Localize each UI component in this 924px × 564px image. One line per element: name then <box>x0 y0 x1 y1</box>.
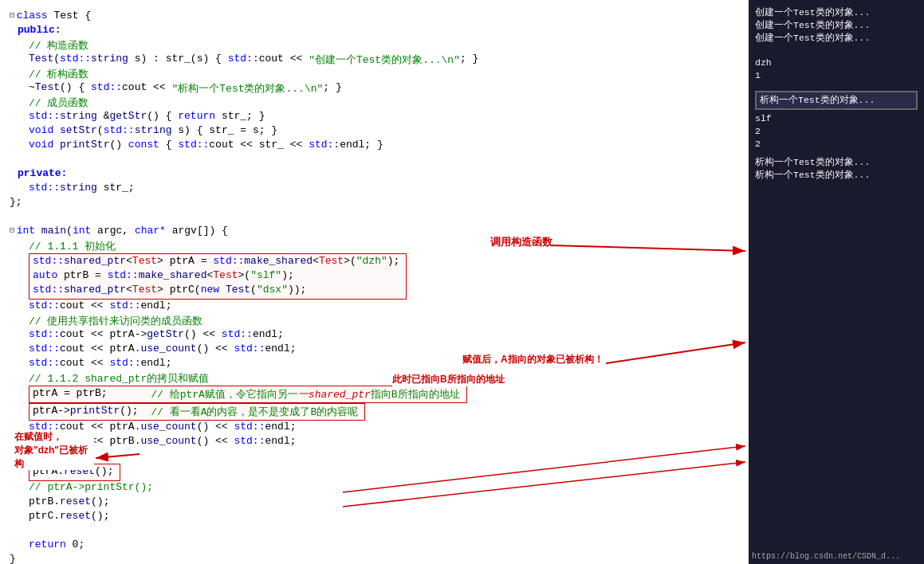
code-line: std::string &getStr() { return str_; } <box>6 110 742 124</box>
terminal-destruct-highlight: 析构一个Test类的对象... <box>755 91 918 110</box>
code-line: void setStr(std::string s) { str_ = s; } <box>6 124 742 139</box>
terminal-slf-group: slf 2 2 <box>755 113 918 151</box>
code-line: // 成员函数 <box>6 96 742 110</box>
terminal-area: 创建一个Test类的对象... 创建一个Test类的对象... 创建一个Test… <box>749 0 924 564</box>
terminal-line-destruct3: 析构一个Test类的对象... <box>755 169 918 182</box>
classname: Test <box>53 10 85 22</box>
annotation-points-to-b: 此时已指向B所指向的地址 <box>392 373 505 386</box>
terminal-line-slf: slf <box>755 113 918 126</box>
terminal-line-destruct: 析构一个Test类的对象... <box>760 94 913 107</box>
terminal-url: https://blog.csdn.net/CSDN_d... <box>752 552 900 561</box>
code-line: std::cout << std::endl; <box>6 300 742 314</box>
code-line: // 1.1.1 初始化 <box>6 239 742 253</box>
code-line: public: <box>6 24 742 38</box>
terminal-line-count1: 1 <box>755 70 918 83</box>
comment: // 析构函数 <box>29 67 88 81</box>
code-line-assign: ptrA = ptrB; // 给ptrA赋值，令它指向另一一shared_pt… <box>33 387 463 401</box>
terminal-line-dzh: dzh <box>755 57 918 70</box>
code-line-ptrA: std::shared_ptr<Test> ptrA = std::make_s… <box>33 255 403 269</box>
code-line: std::cout << ptrB.use_count() << std::en… <box>6 435 742 449</box>
code-area: ⊟ class Test { public: // 构造函数 Test(std:… <box>0 0 749 564</box>
terminal-dzh-group: dzh 1 <box>755 57 918 83</box>
code-line: // ptrA->printStr(); <box>6 481 742 495</box>
keyword-public: public: <box>18 24 61 36</box>
code-line: std::cout << ptrA.use_count() << std::en… <box>6 421 742 435</box>
code-line <box>6 153 742 167</box>
code-line: std::cout << std::endl; <box>6 357 742 371</box>
class-section: ⊟ class Test { public: // 构造函数 Test(std:… <box>0 6 749 225</box>
code-line-printstr: ptrA->printStr(); // 看一看A的内容，是不是变成了B的内容呢 <box>33 405 361 419</box>
code-line: ⊟ int main(int argc, char* argv[]) { <box>6 225 742 239</box>
code-line-ptrB: auto ptrB = std::make_shared<Test>("slf"… <box>33 269 403 284</box>
terminal-line-destruct2: 析构一个Test类的对象... <box>755 156 918 169</box>
code-line: // 析构函数 <box>6 67 742 81</box>
code-line: void printStr() const { std::cout << str… <box>6 139 742 153</box>
code-line: Test(std::string s) : str_(s) { std::cou… <box>6 53 742 67</box>
terminal-line-count2b: 2 <box>755 139 918 151</box>
main-container: ⊟ class Test { public: // 构造函数 Test(std:… <box>0 0 924 564</box>
comment: // 构造函数 <box>29 38 88 53</box>
code-line-ptrC: std::shared_ptr<Test> ptrC(new Test("dsx… <box>33 284 403 298</box>
keyword-class: class <box>17 10 54 22</box>
code-line: std::cout << ptrA->getStr() << std::endl… <box>6 328 742 343</box>
code-line: ptrB.reset(); <box>6 495 742 510</box>
comment: // 成员函数 <box>29 96 88 110</box>
code-line: } <box>6 553 742 564</box>
code-line <box>6 449 742 464</box>
kw: std:: <box>60 53 91 65</box>
terminal-line: 创建一个Test类的对象... <box>755 32 918 45</box>
code-line: std::string str_; <box>6 182 742 196</box>
code-line: return 0; <box>6 539 742 553</box>
terminal-line: 创建一个Test类的对象... <box>755 6 918 19</box>
highlight-region-init: std::shared_ptr<Test> ptrA = std::make_s… <box>29 253 742 300</box>
code-line: }; <box>6 196 742 210</box>
code-line: // 使用共享指针来访问类的成员函数 <box>6 314 742 328</box>
terminal-line-count2a: 2 <box>755 126 918 139</box>
terminal-blank <box>755 49 918 57</box>
annotation-assign-destructor2: 在赋值时，对象"dzh"已被析构 <box>14 430 94 470</box>
annotation-call-constructor: 调用构造函数 <box>490 235 552 249</box>
code-line: std::cout << ptrA.use_count() << std::en… <box>6 343 742 357</box>
highlight-assign-region: ptrA = ptrB; // 给ptrA赋值，令它指向另一一shared_pt… <box>29 386 742 403</box>
code-line: ⊟ class Test { <box>6 10 742 24</box>
collapse-icon-main[interactable]: ⊟ <box>10 225 15 235</box>
collapse-icon[interactable]: ⊟ <box>10 10 15 20</box>
highlight-reset-region: ptrA.reset(); <box>29 464 742 481</box>
code-line: ~Test() { std::cout << "析构一个Test类的对象...\… <box>6 81 742 96</box>
annotation-assign-destructor: 赋值后，A指向的对象已被析构！ <box>462 353 604 366</box>
code-line: // 1.1.2 shared_ptr的拷贝和赋值 <box>6 371 742 386</box>
highlight-print-region: ptrA->printStr(); // 看一看A的内容，是不是变成了B的内容呢 <box>29 403 742 421</box>
fn-name: Test <box>29 53 53 65</box>
code-line: private: <box>6 167 742 182</box>
code-line <box>6 210 742 225</box>
terminal-line: 创建一个Test类的对象... <box>755 19 918 32</box>
code-line: ptrC.reset(); <box>6 510 742 524</box>
terminal-destruct-group2: 析构一个Test类的对象... 析构一个Test类的对象... <box>755 156 918 182</box>
terminal-create-group: 创建一个Test类的对象... 创建一个Test类的对象... 创建一个Test… <box>755 6 918 45</box>
code-line: // 构造函数 <box>6 38 742 53</box>
code-line <box>6 524 742 539</box>
terminal-blank2 <box>755 83 918 88</box>
main-section: ⊟ int main(int argc, char* argv[]) { // … <box>0 225 749 564</box>
